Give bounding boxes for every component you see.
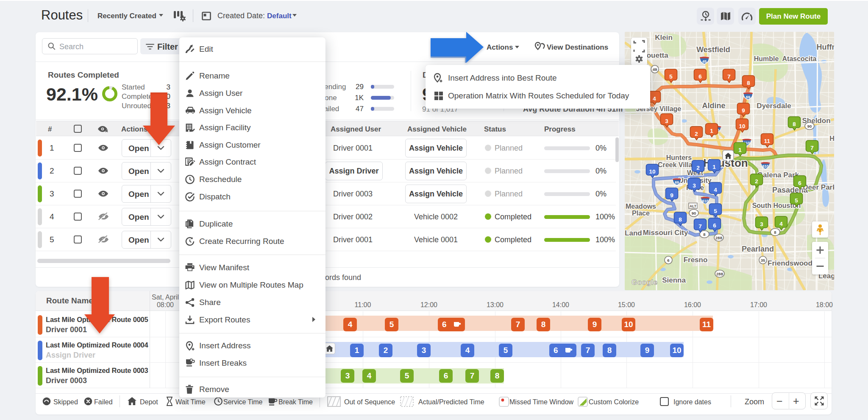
svg-text:7: 7: [727, 73, 731, 80]
svg-text:5: 5: [795, 197, 798, 204]
svg-text:Sienna: Sienna: [662, 276, 686, 284]
svg-text:49: 49: [653, 67, 657, 72]
svg-text:9: 9: [670, 192, 673, 199]
svg-text:1: 1: [712, 164, 716, 170]
svg-text:610: 610: [762, 164, 768, 168]
svg-text:8: 8: [774, 230, 776, 235]
svg-text:Humble: Humble: [754, 55, 779, 62]
svg-text:Hunters: Hunters: [666, 154, 692, 161]
svg-text:10: 10: [649, 168, 655, 175]
svg-text:35: 35: [761, 258, 765, 263]
svg-text:90: 90: [692, 211, 696, 216]
svg-text:45: 45: [702, 59, 707, 64]
svg-text:Meadows: Meadows: [626, 203, 656, 210]
svg-text:Missouri City: Missouri City: [643, 229, 688, 237]
svg-text:Deer Park: Deer Park: [803, 183, 834, 191]
svg-text:Huffman: Huffman: [817, 43, 835, 51]
svg-text:5: 5: [714, 208, 717, 214]
svg-text:4: 4: [714, 187, 717, 193]
svg-text:6: 6: [713, 222, 716, 229]
svg-text:90: 90: [807, 124, 812, 129]
svg-text:Place: Place: [632, 210, 650, 217]
svg-text:Dyersdale: Dyersdale: [757, 102, 791, 110]
svg-text:6: 6: [798, 180, 801, 186]
svg-text:6: 6: [667, 258, 669, 263]
svg-text:4: 4: [779, 221, 783, 227]
svg-text:Klein: Klein: [655, 34, 673, 42]
svg-text:3: 3: [693, 182, 696, 189]
svg-text:11: 11: [764, 138, 771, 144]
svg-text:8: 8: [679, 216, 682, 223]
svg-text:610: 610: [702, 199, 708, 203]
svg-text:Atascocita: Atascocita: [782, 55, 817, 62]
svg-text:2: 2: [696, 165, 700, 171]
svg-text:Fresno: Fresno: [684, 256, 708, 264]
svg-text:10: 10: [739, 123, 745, 129]
svg-text:8: 8: [747, 80, 750, 86]
svg-text:3: 3: [665, 118, 668, 124]
svg-text:5: 5: [669, 73, 673, 80]
svg-text:3: 3: [760, 221, 763, 227]
svg-text:Pearland: Pearland: [742, 245, 774, 253]
svg-text:8: 8: [703, 232, 705, 237]
svg-text:8: 8: [793, 121, 796, 127]
svg-text:4: 4: [653, 95, 656, 102]
svg-text:1: 1: [738, 147, 742, 153]
svg-text:Google: Google: [632, 278, 658, 286]
svg-text:ar Land: ar Land: [625, 229, 642, 237]
svg-text:9: 9: [742, 107, 745, 114]
svg-text:69: 69: [746, 95, 751, 99]
svg-text:6: 6: [698, 73, 702, 80]
svg-text:69: 69: [675, 180, 679, 185]
svg-text:H: H: [829, 135, 834, 142]
svg-text:7: 7: [810, 145, 814, 151]
svg-text:ALT: ALT: [690, 204, 697, 208]
svg-text:7: 7: [698, 223, 702, 230]
svg-text:288: 288: [715, 235, 722, 240]
svg-text:Westfield: Westfield: [696, 45, 730, 54]
svg-text:Galena Park: Galena Park: [757, 171, 799, 179]
svg-text:Friendswood: Friendswood: [768, 259, 812, 267]
svg-text:2: 2: [695, 131, 698, 137]
svg-text:1: 1: [710, 128, 713, 134]
svg-text:Aldine: Aldine: [702, 101, 725, 110]
svg-text:2: 2: [755, 178, 758, 185]
svg-text:288: 288: [716, 272, 723, 276]
